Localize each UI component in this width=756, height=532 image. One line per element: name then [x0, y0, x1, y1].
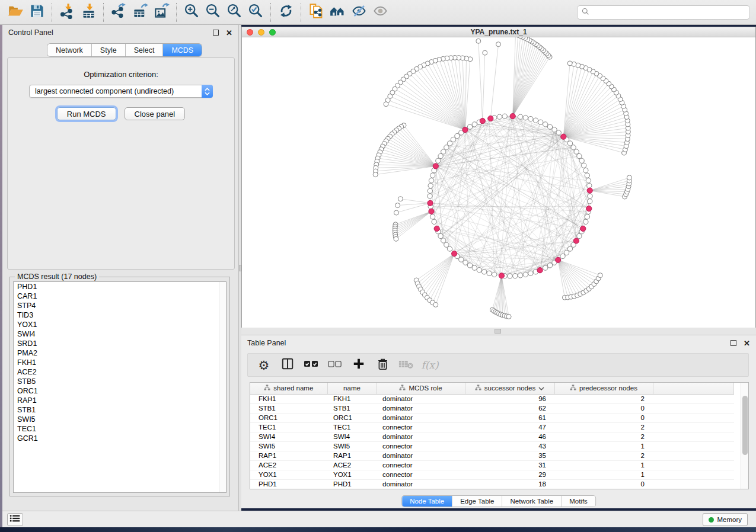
zoom-in-button[interactable]	[181, 2, 202, 23]
mcds-node	[537, 268, 543, 273]
table-row[interactable]: STB1STB1dominator620	[250, 403, 734, 413]
table-row[interactable]: SWI5SWI5connector431	[250, 441, 734, 451]
optimization-criterion-dropdown[interactable]: largest connected component (undirected)	[29, 85, 213, 98]
mcds-result-title: MCDS result (17 nodes)	[15, 273, 99, 281]
search-field[interactable]	[577, 5, 750, 20]
desktop-wallpaper-edge	[0, 527, 756, 532]
column-header-successor-nodes[interactable]: successor nodes	[465, 383, 554, 394]
result-item[interactable]: STB5	[14, 377, 226, 386]
tab-motifs[interactable]: Motifs	[562, 496, 595, 507]
result-item[interactable]: GCR1	[14, 434, 226, 443]
minimize-window-icon[interactable]	[258, 29, 264, 36]
show-view-button[interactable]	[369, 2, 391, 23]
delete-column-button[interactable]	[374, 356, 391, 374]
column-header-predecessor-nodes[interactable]: predecessor nodes	[554, 383, 653, 394]
table-row[interactable]: ACE2ACE2connector311	[250, 460, 734, 470]
add-column-button[interactable]	[350, 356, 368, 374]
mcds-node	[429, 209, 434, 214]
tab-edge-table[interactable]: Edge Table	[452, 496, 502, 507]
zoom-fit-button[interactable]	[224, 2, 245, 23]
result-item[interactable]: RAP1	[14, 396, 226, 405]
maximize-window-icon[interactable]	[269, 29, 276, 36]
export-network-button[interactable]	[108, 2, 129, 23]
hide-view-button[interactable]	[348, 2, 369, 23]
memory-button[interactable]: Memory	[703, 513, 748, 526]
float-panel-icon[interactable]	[731, 340, 736, 346]
export-image-icon	[154, 3, 170, 21]
table-row[interactable]: SWI4SWI4dominator462	[250, 432, 734, 441]
result-item[interactable]: TEC1	[14, 424, 226, 434]
result-item[interactable]: STP4	[14, 301, 226, 310]
result-item[interactable]: ACE2	[14, 367, 226, 377]
zoom-out-button[interactable]	[202, 2, 224, 23]
export-image-button[interactable]	[151, 2, 172, 23]
close-panel-icon[interactable]: ✕	[744, 339, 750, 347]
task-history-button[interactable]	[7, 513, 23, 526]
network-from-file-button[interactable]	[305, 2, 327, 23]
network-table-split-divider[interactable]	[241, 328, 756, 335]
zoom-selected-button[interactable]	[245, 2, 266, 23]
import-network-button[interactable]	[56, 2, 78, 23]
tab-network[interactable]: Network	[47, 44, 92, 56]
search-input[interactable]	[592, 8, 749, 17]
result-item[interactable]: PHD1	[14, 282, 226, 291]
result-item[interactable]: SWI4	[14, 329, 226, 339]
show-columns-button[interactable]	[279, 356, 296, 374]
network-window-titlebar[interactable]: YPA_prune.txt_1	[242, 27, 755, 37]
result-item[interactable]: YOX1	[14, 320, 226, 329]
open-file-button[interactable]	[5, 2, 26, 23]
mcds-node	[499, 273, 504, 278]
column-header-name[interactable]: name	[327, 383, 377, 394]
table-scrollbar[interactable]	[741, 383, 748, 489]
column-header-shared-name[interactable]: shared name	[250, 383, 327, 394]
result-item[interactable]: PMA2	[14, 348, 226, 358]
result-item[interactable]: SWI5	[14, 415, 226, 424]
result-list-scrollbar[interactable]	[219, 282, 226, 492]
node-table[interactable]: shared namenameMCDS rolesuccessor nodesp…	[250, 382, 749, 489]
result-item[interactable]: TID3	[14, 310, 226, 320]
table-row[interactable]: PHD1PHD1dominator180	[250, 479, 734, 489]
run-mcds-button[interactable]: Run MCDS	[57, 107, 116, 120]
split-handle[interactable]	[495, 329, 501, 334]
result-item[interactable]: CAR1	[14, 291, 226, 301]
home-networks-button[interactable]	[327, 2, 348, 23]
table-row[interactable]: FKH1FKH1dominator962	[250, 394, 734, 403]
tab-network-table[interactable]: Network Table	[503, 496, 562, 507]
float-panel-icon[interactable]	[213, 30, 219, 36]
function-builder-button[interactable]: f(x)	[421, 356, 439, 374]
unselect-all-button[interactable]	[326, 356, 344, 374]
settings-gear-button[interactable]: ⚙	[255, 356, 273, 374]
result-item[interactable]: ORC1	[14, 386, 226, 396]
table-row[interactable]: ORC1ORC1dominator610	[250, 413, 734, 422]
select-all-button[interactable]	[302, 356, 320, 374]
mcds-node	[462, 127, 468, 133]
save-session-button[interactable]	[26, 2, 47, 23]
mcds-result-list[interactable]: PHD1CAR1STP4TID3YOX1SWI4SRD1PMA2FKH1ACE2…	[13, 281, 227, 493]
control-panel-tabs: NetworkStyleSelectMCDS	[47, 44, 202, 56]
tab-style[interactable]: Style	[92, 44, 126, 56]
column-header-mcds-role[interactable]: MCDS role	[377, 383, 465, 394]
tab-mcds[interactable]: MCDS	[163, 44, 202, 56]
delete-table-button[interactable]	[397, 356, 415, 374]
table-row[interactable]: RAP1RAP1dominator352	[250, 451, 734, 460]
mcds-node	[580, 226, 586, 231]
result-item[interactable]: SRD1	[14, 339, 226, 348]
column-header-filler	[653, 383, 734, 394]
close-window-icon[interactable]	[247, 29, 253, 36]
close-panel-button[interactable]: Close panel	[125, 107, 186, 120]
result-item[interactable]: STB1	[14, 405, 226, 415]
export-network-icon	[111, 3, 127, 21]
import-table-button[interactable]	[78, 2, 99, 23]
result-item[interactable]: FKH1	[14, 358, 226, 367]
table-row[interactable]: TEC1TEC1connector472	[250, 422, 734, 432]
network-view-window: YPA_prune.txt_1	[241, 27, 756, 328]
gear-icon: ⚙	[259, 359, 270, 371]
refresh-button[interactable]	[275, 2, 296, 23]
tab-node-table[interactable]: Node Table	[402, 496, 452, 507]
network-canvas[interactable]	[242, 37, 755, 328]
tab-select[interactable]: Select	[126, 44, 164, 56]
scrollbar-thumb[interactable]	[742, 396, 748, 455]
export-table-button[interactable]	[129, 2, 151, 23]
close-panel-icon[interactable]: ✕	[226, 29, 232, 37]
table-row[interactable]: YOX1YOX1connector291	[250, 470, 734, 479]
